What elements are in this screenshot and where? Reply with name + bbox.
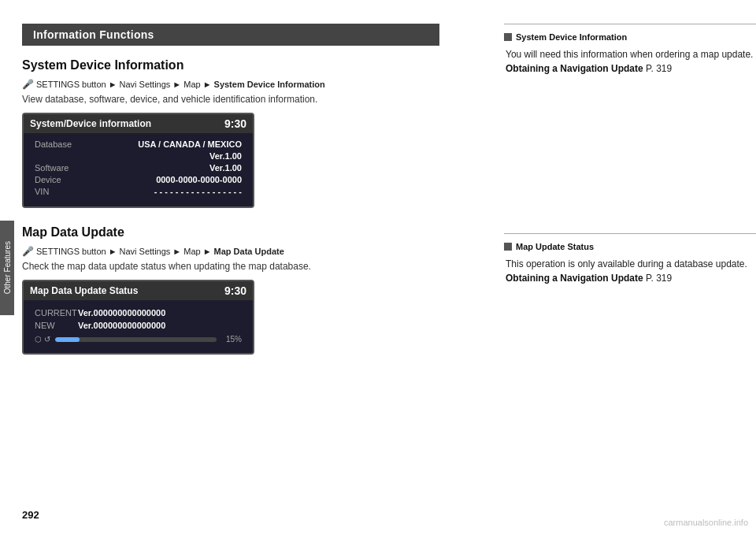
row-value-1: Ver.1.00 bbox=[209, 151, 242, 161]
screen-time-1: 9:30 bbox=[224, 117, 246, 130]
info-square-2 bbox=[504, 243, 512, 251]
system-device-title: System Device Information bbox=[22, 58, 439, 72]
breadcrumb-part-2: Navi Settings bbox=[120, 80, 171, 89]
row-value-3: 0000-0000-0000-0000 bbox=[156, 175, 242, 184]
map-breadcrumb-part-3: Map bbox=[183, 247, 200, 256]
section-header: Information Functions bbox=[22, 24, 439, 46]
right-panel-top: System Device Information You will need … bbox=[504, 24, 756, 76]
info-label-row-2: Map Update Status bbox=[504, 242, 756, 251]
arrow-3: ► bbox=[203, 80, 212, 89]
row-label-2: Software bbox=[35, 163, 86, 173]
info-text-1-main: You will need this information when orde… bbox=[506, 49, 753, 60]
map-row-value-1: Ver.000000000000000 bbox=[78, 321, 165, 330]
map-row-value-0: Ver.000000000000000 bbox=[78, 308, 165, 318]
screen-header-1: System/Device information 9:30 bbox=[24, 114, 253, 133]
map-breadcrumb-part-2: Navi Settings bbox=[120, 247, 171, 256]
row-label-1 bbox=[35, 151, 86, 161]
progress-icons: ⬡ ↺ bbox=[35, 335, 50, 344]
screen-header-2: Map Data Update Status 9:30 bbox=[24, 281, 253, 300]
info-label-row-1: System Device Information bbox=[504, 32, 756, 42]
map-data-breadcrumb: 🎤 SETTINGS button ► Navi Settings ► Map … bbox=[22, 246, 439, 257]
info-link-2: Obtaining a Navigation Update bbox=[506, 273, 643, 284]
screen-title-1: System/Device information bbox=[30, 118, 151, 129]
row-value-0: USA / CANADA / MEXICO bbox=[138, 139, 242, 149]
info-text-2-main: This operation is only available during … bbox=[506, 258, 747, 269]
map-arrow-1: ► bbox=[109, 247, 117, 256]
arrow-1: ► bbox=[109, 80, 117, 89]
progress-icon-left: ⬡ bbox=[35, 335, 42, 344]
info-link-1: Obtaining a Navigation Update bbox=[506, 63, 643, 74]
progress-bar-fill bbox=[55, 337, 80, 342]
progress-percent: 15% bbox=[221, 335, 242, 344]
info-square-1 bbox=[504, 33, 512, 41]
mic-icon-2: 🎤 bbox=[22, 246, 34, 257]
row-value-2: Ver.1.00 bbox=[209, 163, 242, 173]
right-panel: System Device Information You will need … bbox=[504, 24, 756, 503]
right-panel-bottom: Map Update Status This operation is only… bbox=[504, 233, 756, 285]
progress-icon-right: ↺ bbox=[44, 335, 50, 344]
info-label-2: Map Update Status bbox=[516, 242, 594, 251]
screen-body-1: Database USA / CANADA / MEXICO Ver.1.00 … bbox=[24, 133, 253, 206]
info-label-1: System Device Information bbox=[516, 32, 627, 42]
watermark: carmanualsonline.info bbox=[664, 518, 748, 527]
map-row-1: NEW Ver.000000000000000 bbox=[35, 321, 242, 330]
map-row-label-0: CURRENT bbox=[35, 308, 78, 318]
screen-row-0: Database USA / CANADA / MEXICO bbox=[35, 139, 242, 149]
system-device-description: View database, software, device, and veh… bbox=[22, 94, 439, 105]
page-number: 292 bbox=[22, 509, 39, 521]
map-data-screen: Map Data Update Status 9:30 CURRENT Ver.… bbox=[22, 280, 254, 355]
system-device-breadcrumb: 🎤 SETTINGS button ► Navi Settings ► Map … bbox=[22, 79, 439, 90]
screen-row-1: Ver.1.00 bbox=[35, 151, 242, 161]
screen-time-2: 9:30 bbox=[224, 284, 246, 297]
screen-row-2: Software Ver.1.00 bbox=[35, 163, 242, 173]
arrow-2: ► bbox=[172, 80, 181, 89]
breadcrumb-part-1: SETTINGS button bbox=[36, 80, 106, 89]
row-value-4: - - - - - - - - - - - - - - - - - bbox=[154, 187, 242, 196]
map-row-label-1: NEW bbox=[35, 321, 78, 330]
sidebar-tab-label: Other Features bbox=[3, 241, 12, 294]
screen-title-2: Map Data Update Status bbox=[30, 285, 138, 296]
info-text-2: This operation is only available during … bbox=[504, 257, 756, 285]
map-arrow-2: ► bbox=[172, 247, 181, 256]
sidebar-tab: Other Features bbox=[0, 221, 14, 315]
map-data-description: Check the map data update status when up… bbox=[22, 261, 439, 272]
map-breadcrumb-part-1: SETTINGS button bbox=[36, 247, 106, 256]
map-breadcrumb-part-4: Map Data Update bbox=[214, 247, 284, 256]
breadcrumb-part-3: Map bbox=[183, 80, 200, 89]
info-link-1-suffix: P. 319 bbox=[643, 63, 672, 74]
progress-bar-container: ⬡ ↺ 15% bbox=[35, 335, 242, 344]
system-device-screen: System/Device information 9:30 Database … bbox=[22, 113, 254, 208]
mic-icon: 🎤 bbox=[22, 79, 34, 90]
progress-bar-bg bbox=[55, 337, 217, 342]
screen-row-4: VIN - - - - - - - - - - - - - - - - - bbox=[35, 187, 242, 196]
row-label-0: Database bbox=[35, 139, 86, 149]
map-arrow-3: ► bbox=[203, 247, 212, 256]
screen-row-3: Device 0000-0000-0000-0000 bbox=[35, 175, 242, 184]
map-data-title: Map Data Update bbox=[22, 225, 439, 240]
info-link-2-suffix: P. 319 bbox=[643, 273, 672, 284]
main-content: Information Functions System Device Info… bbox=[22, 24, 439, 503]
breadcrumb-part-4: System Device Information bbox=[214, 80, 325, 89]
screen-body-2: CURRENT Ver.000000000000000 NEW Ver.0000… bbox=[24, 300, 253, 353]
row-label-3: Device bbox=[35, 175, 86, 184]
info-text-1: You will need this information when orde… bbox=[504, 47, 756, 76]
map-row-0: CURRENT Ver.000000000000000 bbox=[35, 308, 242, 318]
row-label-4: VIN bbox=[35, 187, 86, 196]
